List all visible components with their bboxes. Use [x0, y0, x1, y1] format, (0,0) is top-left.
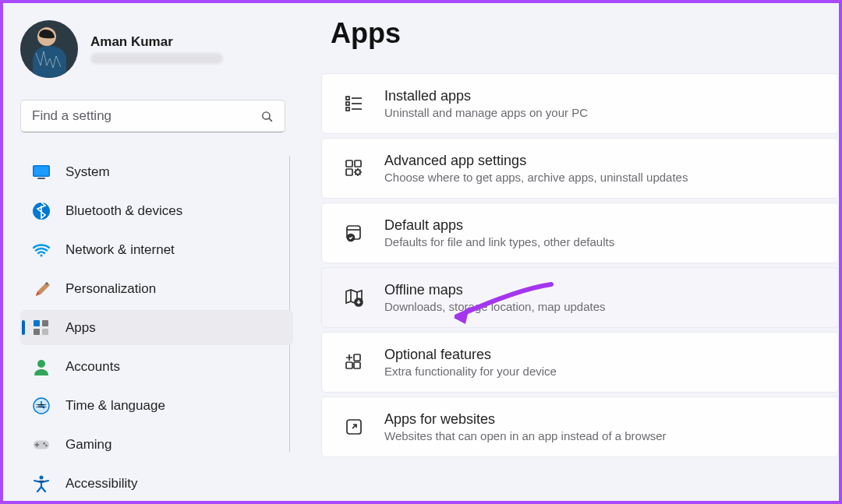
card-advanced-app-settings[interactable]: Advanced app settingsChoose where to get…	[321, 138, 839, 199]
card-title: Apps for websites	[384, 411, 667, 428]
svg-rect-9	[34, 320, 40, 326]
svg-rect-5	[34, 166, 49, 175]
system-icon	[33, 164, 50, 181]
sidebar-item-label: Gaming	[65, 437, 112, 453]
sidebar-item-network[interactable]: Network & internet	[20, 232, 293, 267]
sidebar-item-personalization[interactable]: Personalization	[20, 271, 293, 306]
bluetooth-icon	[33, 203, 50, 220]
svg-point-16	[43, 442, 45, 444]
main-content: Apps Installed appsUninstall and manage …	[321, 17, 839, 500]
card-title: Advanced app settings	[384, 153, 688, 169]
sidebar-item-label: Time & language	[65, 398, 165, 414]
list-icon	[344, 93, 364, 114]
card-installed-apps[interactable]: Installed appsUninstall and manage apps …	[321, 73, 839, 134]
accessibility-icon	[33, 475, 50, 492]
paintbrush-icon	[33, 280, 50, 298]
sidebar-item-label: Network & internet	[65, 242, 175, 258]
sidebar-item-bluetooth[interactable]: Bluetooth & devices	[20, 193, 293, 228]
sidebar-item-time-language[interactable]: Time & language	[20, 388, 293, 423]
sidebar-item-accounts[interactable]: Accounts	[20, 349, 293, 384]
svg-rect-11	[34, 329, 40, 335]
avatar	[20, 20, 78, 78]
card-subtitle: Defaults for file and link types, other …	[384, 235, 614, 248]
card-apps-for-websites[interactable]: Apps for websitesWebsites that can open …	[321, 397, 839, 457]
sidebar-item-label: Accessibility	[65, 476, 138, 492]
apps-icon	[33, 319, 50, 337]
search-icon	[260, 110, 274, 123]
map-download-icon	[344, 287, 364, 308]
profile-block[interactable]: Aman Kumar	[20, 20, 293, 78]
nav-list: System Bluetooth & devices Network & int…	[20, 154, 293, 501]
sidebar-item-system[interactable]: System	[20, 154, 293, 189]
svg-rect-25	[346, 160, 352, 167]
svg-rect-35	[354, 354, 360, 361]
app-gear-icon	[344, 158, 364, 178]
svg-point-2	[263, 111, 270, 118]
search-input[interactable]: Find a setting	[20, 100, 285, 132]
sidebar-item-label: Bluetooth & devices	[65, 203, 182, 219]
settings-cards: Installed appsUninstall and manage apps …	[321, 73, 839, 457]
card-optional-features[interactable]: Optional featuresExtra functionality for…	[321, 332, 839, 393]
svg-point-8	[40, 254, 42, 256]
svg-rect-33	[346, 362, 352, 368]
card-subtitle: Choose where to get apps, archive apps, …	[384, 171, 688, 184]
card-title: Optional features	[384, 347, 557, 363]
svg-point-18	[40, 475, 44, 479]
sidebar-item-gaming[interactable]: Gaming	[20, 427, 293, 462]
svg-rect-21	[346, 102, 349, 105]
card-offline-maps[interactable]: Offline mapsDownloads, storage location,…	[321, 267, 839, 328]
sidebar-item-apps[interactable]: Apps	[20, 310, 293, 345]
card-subtitle: Uninstall and manage apps on your PC	[384, 106, 588, 119]
app-check-icon	[344, 223, 364, 243]
svg-rect-34	[354, 362, 360, 368]
svg-point-17	[45, 444, 48, 446]
svg-rect-10	[42, 320, 48, 326]
gamepad-icon	[33, 436, 50, 453]
wifi-icon	[33, 241, 50, 259]
card-subtitle: Downloads, storage location, map updates	[384, 300, 606, 313]
card-title: Offline maps	[384, 282, 606, 298]
sidebar-item-label: Personalization	[65, 281, 156, 297]
profile-email-redacted	[90, 53, 223, 64]
page-title: Apps	[331, 17, 839, 50]
card-title: Installed apps	[384, 88, 588, 104]
sidebar-item-label: Accounts	[65, 359, 120, 375]
card-default-apps[interactable]: Default appsDefaults for file and link t…	[321, 203, 839, 263]
card-subtitle: Extra functionality for your device	[384, 365, 557, 378]
card-subtitle: Websites that can open in an app instead…	[384, 429, 667, 442]
svg-rect-27	[346, 169, 352, 175]
card-title: Default apps	[384, 217, 614, 234]
sidebar: Aman Kumar Find a setting System Bluetoo…	[20, 20, 293, 504]
profile-name: Aman Kumar	[90, 34, 223, 50]
open-external-icon	[344, 417, 364, 437]
app-plus-icon	[344, 352, 364, 372]
svg-rect-26	[355, 160, 361, 167]
svg-line-3	[269, 118, 272, 121]
sidebar-item-label: System	[65, 164, 110, 180]
svg-point-13	[37, 360, 45, 368]
svg-rect-23	[346, 107, 349, 111]
person-icon	[33, 358, 50, 375]
search-placeholder: Find a setting	[32, 108, 111, 124]
svg-rect-6	[37, 178, 45, 179]
svg-rect-12	[42, 329, 48, 335]
sidebar-item-label: Apps	[65, 320, 96, 336]
sidebar-item-accessibility[interactable]: Accessibility	[20, 466, 293, 501]
svg-rect-19	[346, 97, 349, 100]
clock-globe-icon	[33, 397, 50, 414]
